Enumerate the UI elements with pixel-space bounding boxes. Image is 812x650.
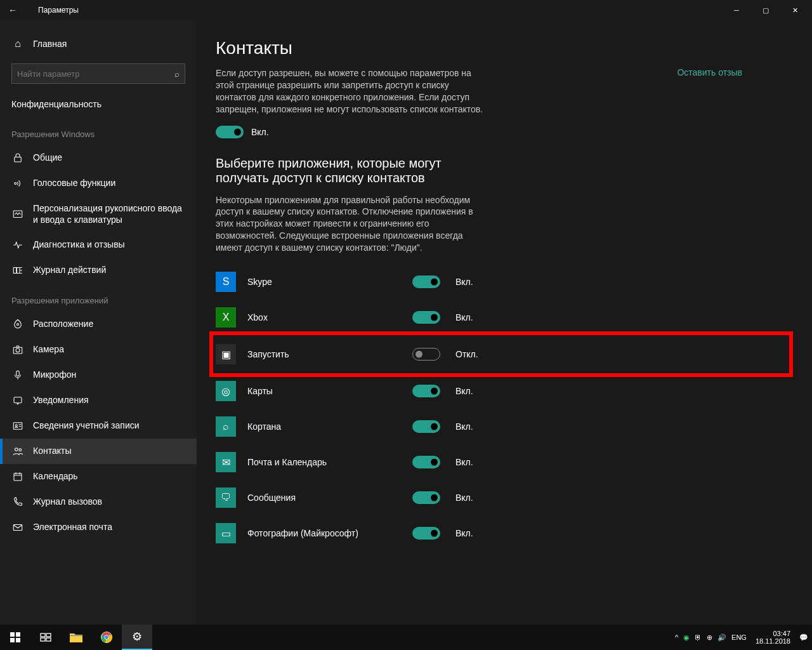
tray-language[interactable]: ENG <box>731 633 747 641</box>
search-box[interactable]: ⌕ <box>11 63 185 84</box>
calendar-icon <box>11 471 24 482</box>
app-name: Кортана <box>247 421 412 432</box>
window-title: Параметры <box>38 6 79 15</box>
svg-rect-9 <box>14 397 22 403</box>
email-icon <box>11 522 24 533</box>
group-app-permissions: Разрешения приложений <box>0 283 197 312</box>
nav-notifications[interactable]: Уведомления <box>0 388 197 413</box>
master-toggle[interactable] <box>216 126 244 138</box>
app-toggle-label: Вкл. <box>455 493 473 503</box>
highlighted-app: ▣ Запустить Откл. <box>209 331 793 377</box>
app-icon: S <box>216 272 236 292</box>
svg-point-12 <box>15 448 18 451</box>
task-view-button[interactable] <box>30 625 61 650</box>
svg-rect-14 <box>14 474 22 481</box>
contacts-icon <box>11 446 24 457</box>
search-input[interactable] <box>17 69 174 79</box>
app-toggle[interactable] <box>412 385 440 397</box>
app-name: Skype <box>247 277 412 287</box>
nav-contacts[interactable]: Контакты <box>0 439 197 464</box>
settings-taskbar-button[interactable]: ⚙ <box>122 625 152 650</box>
nav-diagnostics[interactable]: Диагностика и отзывы <box>0 232 197 258</box>
app-toggle[interactable] <box>412 420 440 433</box>
app-icon: ⌕ <box>216 416 236 437</box>
nav-calendar[interactable]: Календарь <box>0 464 197 489</box>
tray-app-icon[interactable]: ◉ <box>683 633 690 642</box>
svg-rect-17 <box>16 632 20 637</box>
system-tray[interactable]: ^ ◉ ⛨ ⊕ 🔊 ENG 03:47 18.11.2018 💬 <box>675 630 812 645</box>
tray-clock[interactable]: 03:47 18.11.2018 <box>752 630 794 645</box>
feedback-link[interactable]: Оставить отзыв <box>677 67 742 77</box>
apps-description: Некоторым приложениям для правильной раб… <box>216 194 488 254</box>
nav-general[interactable]: Общие <box>0 145 197 171</box>
svg-rect-15 <box>13 525 22 531</box>
nav-email[interactable]: Электронная почта <box>0 515 197 540</box>
svg-rect-3 <box>13 268 16 274</box>
home-icon: ⌂ <box>11 38 24 50</box>
action-center-icon[interactable]: 💬 <box>799 633 808 642</box>
tray-chevron-icon[interactable]: ^ <box>675 633 678 641</box>
svg-rect-16 <box>10 632 15 637</box>
tray-volume-icon[interactable]: 🔊 <box>717 633 726 642</box>
app-name: Карты <box>247 386 412 396</box>
nav-activity[interactable]: Журнал действий <box>0 258 197 283</box>
titlebar: ← Параметры ─ ▢ ✕ <box>0 0 812 20</box>
minimize-button[interactable]: ─ <box>722 0 751 20</box>
app-row: 🗨 Сообщения Вкл. <box>216 480 787 515</box>
page-title: Контакты <box>216 38 787 58</box>
app-toggle-label: Откл. <box>455 349 478 359</box>
nav-voice[interactable]: Голосовые функции <box>0 171 197 196</box>
app-row: ⌕ Кортана Вкл. <box>216 409 787 444</box>
sidebar: ⌂ Главная ⌕ Конфиденциальность Разрешени… <box>0 20 197 625</box>
nav-microphone[interactable]: Микрофон <box>0 362 197 388</box>
app-toggle[interactable] <box>412 456 440 468</box>
app-icon: ◎ <box>216 381 236 401</box>
tray-network-icon[interactable]: ⊕ <box>707 633 712 642</box>
nav-account-info[interactable]: Сведения учетной записи <box>0 413 197 439</box>
handwriting-icon <box>11 209 24 220</box>
app-toggle[interactable] <box>412 348 440 361</box>
microphone-icon <box>11 369 24 381</box>
app-name: Xbox <box>247 312 412 322</box>
lock-icon <box>11 152 24 164</box>
app-toggle[interactable] <box>412 527 440 540</box>
diagnostics-icon <box>11 239 24 251</box>
app-toggle[interactable] <box>412 311 440 324</box>
tray-security-icon[interactable]: ⛨ <box>695 633 702 641</box>
close-button[interactable]: ✕ <box>780 0 809 20</box>
svg-point-7 <box>16 348 20 352</box>
back-button[interactable]: ← <box>3 5 23 15</box>
app-name: Запустить <box>247 349 412 359</box>
app-toggle-label: Вкл. <box>455 421 473 432</box>
svg-point-11 <box>15 425 17 427</box>
location-icon <box>11 319 24 330</box>
explorer-button[interactable] <box>61 625 91 650</box>
nav-call-history[interactable]: Журнал вызовов <box>0 489 197 515</box>
nav-camera[interactable]: Камера <box>0 337 197 362</box>
nav-location[interactable]: Расположение <box>0 312 197 337</box>
app-name: Сообщения <box>247 493 412 503</box>
svg-rect-22 <box>41 638 45 641</box>
app-toggle-label: Вкл. <box>455 528 473 538</box>
maximize-button[interactable]: ▢ <box>751 0 780 20</box>
app-icon: ▣ <box>216 344 236 364</box>
start-button[interactable] <box>0 625 30 650</box>
app-toggle[interactable] <box>412 491 440 504</box>
main-content: Оставить отзыв Контакты Если доступ разр… <box>197 20 812 625</box>
nav-home[interactable]: ⌂ Главная <box>0 32 197 56</box>
svg-rect-4 <box>17 268 20 274</box>
app-row: ◎ Карты Вкл. <box>216 373 787 409</box>
svg-rect-8 <box>16 371 20 376</box>
app-row: ✉ Почта и Календарь Вкл. <box>216 444 787 480</box>
app-toggle[interactable] <box>412 275 440 288</box>
nav-handwriting[interactable]: Персонализация рукописного ввода и ввода… <box>0 196 197 232</box>
group-windows-permissions: Разрешения Windows <box>0 117 197 145</box>
account-icon <box>11 420 24 432</box>
app-toggle-label: Вкл. <box>455 312 473 322</box>
chrome-button[interactable] <box>91 625 122 650</box>
svg-rect-19 <box>16 638 20 642</box>
app-row: ▣ Запустить Откл. <box>216 336 787 372</box>
svg-rect-21 <box>46 633 51 637</box>
svg-point-13 <box>19 449 22 451</box>
camera-icon <box>11 344 24 355</box>
